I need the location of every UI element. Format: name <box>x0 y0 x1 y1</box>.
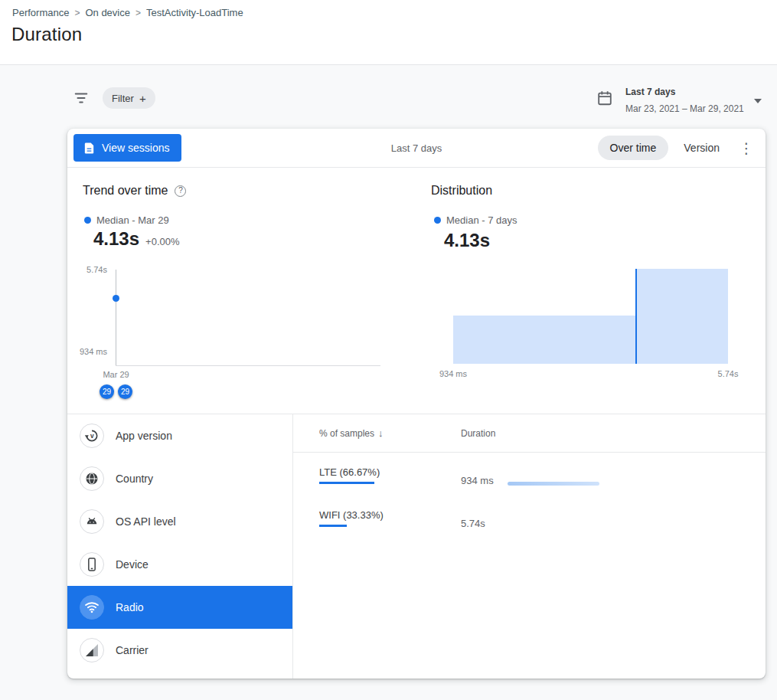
column-header-samples[interactable]: % of samples ↓ <box>319 427 461 439</box>
page-title: Duration <box>11 24 82 45</box>
range-slider-start-handle[interactable]: 29 <box>100 384 114 399</box>
table-header: % of samples ↓ Duration <box>293 414 766 453</box>
wifi-icon <box>80 595 104 620</box>
distribution-histogram <box>453 269 728 364</box>
smartphone-icon <box>80 552 104 577</box>
calendar-icon <box>596 90 613 106</box>
performance-duration-page: Performance > On device > TestActivity-L… <box>0 0 777 700</box>
sample-cell: LTE (66.67%) <box>319 466 461 484</box>
breakdown-item-app-version[interactable]: v App version <box>67 414 292 457</box>
table-row[interactable]: WIFI (33.33%) 5.74s <box>293 496 766 538</box>
breakdown-item-label: Radio <box>116 601 144 613</box>
breadcrumb: Performance > On device > TestActivity-L… <box>12 7 243 18</box>
histogram-bar <box>453 316 635 364</box>
column-header-duration[interactable]: Duration <box>461 428 495 439</box>
trend-chart-title: Trend over time ? <box>83 184 186 198</box>
filter-list-icon[interactable] <box>73 90 90 106</box>
duration-value: 934 ms <box>461 475 508 486</box>
trend-title-text: Trend over time <box>83 184 168 198</box>
trend-legend-label: Median - Mar 29 <box>96 214 169 226</box>
distribution-legend: Median - 7 days <box>434 214 517 226</box>
breakdown-nav: v App version Country OS API level <box>67 414 293 679</box>
card-header-actions: Over time Version ⋮ <box>598 136 758 160</box>
distribution-x-min: 934 ms <box>439 369 467 378</box>
chevron-down-icon <box>754 99 762 103</box>
trend-median-value: 4.13s <box>93 228 139 250</box>
trend-y-axis-line <box>116 270 116 366</box>
distribution-title-text: Distribution <box>431 184 492 198</box>
tab-over-time[interactable]: Over time <box>598 136 669 160</box>
breadcrumb-separator: > <box>135 8 141 18</box>
sample-bar-track <box>319 525 402 527</box>
duration-value: 5.74s <box>461 518 508 529</box>
histogram-bar <box>635 269 728 364</box>
overflow-menu-icon[interactable]: ⋮ <box>735 136 758 159</box>
distribution-metric: 4.13s <box>444 230 490 251</box>
charts-area: Trend over time ? Median - Mar 29 4.13s … <box>67 168 766 414</box>
breadcrumb-trace-name[interactable]: TestActivity-LoadTime <box>146 7 243 18</box>
breakdown-item-label: OS API level <box>116 515 176 528</box>
column-samples-label: % of samples <box>319 428 374 439</box>
breadcrumb-separator: > <box>74 8 80 18</box>
svg-text:v: v <box>90 432 94 440</box>
card-header: View sessions Last 7 days Over time Vers… <box>67 129 766 168</box>
duration-range-bar <box>508 482 599 486</box>
view-sessions-label: View sessions <box>102 142 169 154</box>
sample-label: LTE (66.67%) <box>319 466 461 478</box>
sample-percent-bar <box>319 525 347 527</box>
trend-delta: +0.00% <box>145 236 179 247</box>
duration-card: View sessions Last 7 days Over time Vers… <box>67 129 766 679</box>
median-marker-line <box>635 269 637 364</box>
breakdown-item-radio[interactable]: Radio <box>67 586 292 629</box>
trend-metric: 4.13s +0.00% <box>93 228 180 250</box>
trend-legend: Median - Mar 29 <box>84 214 169 226</box>
sort-descending-icon: ↓ <box>378 427 384 439</box>
android-icon <box>80 509 104 534</box>
trend-plot <box>116 270 380 366</box>
filter-chip-label: Filter <box>112 93 134 104</box>
range-slider-end-handle[interactable]: 29 <box>118 384 132 399</box>
view-sessions-button[interactable]: View sessions <box>73 134 181 162</box>
tab-version[interactable]: Version <box>671 136 732 160</box>
median-dot-icon <box>84 217 91 224</box>
distribution-x-max: 5.74s <box>718 369 739 378</box>
breadcrumb-performance[interactable]: Performance <box>12 7 69 18</box>
date-range-picker[interactable]: Last 7 days Mar 23, 2021 – Mar 29, 2021 <box>594 83 764 116</box>
top-bar: Performance > On device > TestActivity-L… <box>0 0 777 65</box>
trend-data-point <box>113 295 119 302</box>
plus-icon: + <box>139 93 146 104</box>
document-icon <box>83 142 96 155</box>
trend-y-axis-min: 934 ms <box>75 347 107 356</box>
trend-y-axis-max: 5.74s <box>75 265 107 274</box>
breakdown-item-label: Carrier <box>116 644 149 656</box>
distribution-median-value: 4.13s <box>444 230 490 251</box>
sample-label: WIFI (33.33%) <box>319 509 461 521</box>
add-filter-chip[interactable]: Filter + <box>103 87 155 109</box>
trend-x-axis-label: Mar 29 <box>94 370 138 379</box>
date-range-value: Mar 23, 2021 – Mar 29, 2021 <box>625 103 744 114</box>
breakdown-table: % of samples ↓ Duration LTE (66.67%) 934… <box>293 414 766 679</box>
breadcrumb-on-device[interactable]: On device <box>85 7 130 18</box>
median-dot-icon <box>434 217 441 224</box>
distribution-legend-label: Median - 7 days <box>446 214 517 226</box>
sample-percent-bar <box>319 482 374 484</box>
help-icon[interactable]: ? <box>175 185 186 197</box>
breakdown-section: v App version Country OS API level <box>67 414 766 679</box>
breakdown-item-device[interactable]: Device <box>67 543 292 586</box>
trend-x-axis-line <box>116 365 380 366</box>
breakdown-item-label: Device <box>116 558 149 571</box>
app-version-icon: v <box>80 424 104 448</box>
globe-icon <box>80 466 104 491</box>
breakdown-item-label: App version <box>116 430 172 442</box>
sample-cell: WIFI (33.33%) <box>319 509 461 527</box>
breakdown-item-os-api-level[interactable]: OS API level <box>67 500 292 543</box>
table-row[interactable]: LTE (66.67%) 934 ms <box>293 453 766 496</box>
distribution-x-axis: 934 ms 5.74s <box>453 369 728 380</box>
distribution-chart-title: Distribution <box>431 184 492 198</box>
breakdown-item-label: Country <box>116 473 153 485</box>
cell-signal-icon <box>80 638 104 662</box>
breakdown-item-country[interactable]: Country <box>67 457 292 500</box>
sample-bar-track <box>319 482 402 484</box>
date-range-label: Last 7 days <box>625 87 675 97</box>
breakdown-item-carrier[interactable]: Carrier <box>67 629 292 672</box>
